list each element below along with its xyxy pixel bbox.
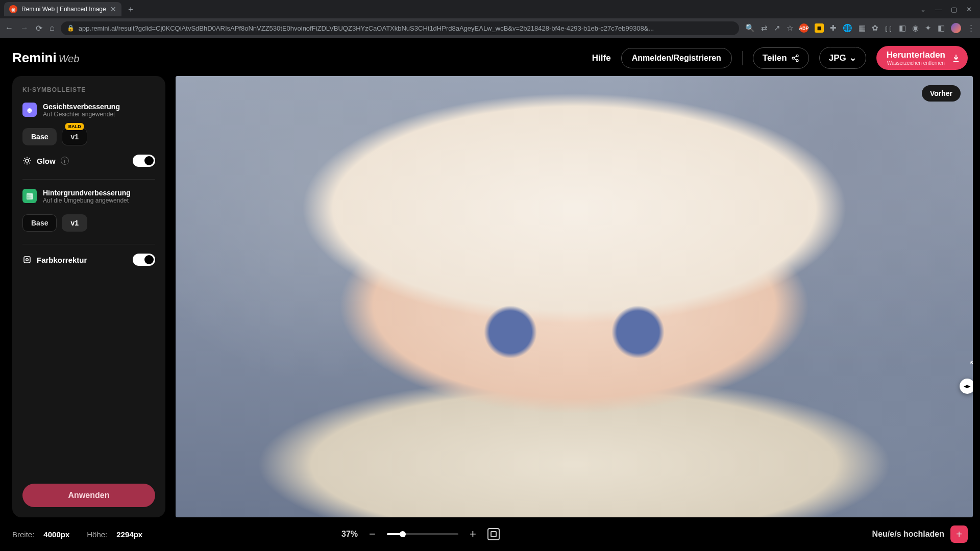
- extension-icon-2[interactable]: ✚: [830, 23, 837, 33]
- face-enhance-sub: Auf Gesichter angewendet: [43, 111, 120, 118]
- bg-enhance-sub: Auf die Umgebung angewendet: [43, 197, 131, 204]
- width-value: 4000px: [43, 530, 69, 539]
- svg-point-1: [792, 57, 794, 59]
- tab-title: Remini Web | Enhanced Image: [21, 6, 106, 13]
- back-icon[interactable]: ←: [5, 23, 13, 33]
- minimize-icon[interactable]: —: [935, 6, 942, 13]
- bottom-bar: Breite: 4000px Höhe: 2294px 37% − + Neu/…: [0, 517, 980, 551]
- help-link[interactable]: Hilfe: [592, 53, 611, 63]
- chevron-down-icon[interactable]: ⌄: [920, 6, 926, 13]
- divider: [22, 244, 155, 244]
- info-icon[interactable]: i: [61, 157, 69, 165]
- separator: [742, 51, 743, 65]
- upload-button[interactable]: +: [950, 525, 968, 543]
- svg-rect-6: [24, 257, 30, 263]
- face-v1-pill[interactable]: v1: [62, 128, 87, 145]
- logo-sub: Web: [59, 53, 80, 64]
- svg-point-0: [796, 55, 798, 57]
- profile-avatar[interactable]: [951, 23, 961, 33]
- home-icon[interactable]: ⌂: [50, 23, 55, 33]
- close-tab-icon[interactable]: ✕: [110, 5, 116, 13]
- bald-badge: BALD: [65, 123, 84, 130]
- browser-toolbar: ← → ⟳ ⌂ 🔒 app.remini.ai/result?gclid=Cj0…: [0, 18, 980, 38]
- favicon-icon: ◉: [9, 5, 17, 13]
- forward-icon[interactable]: →: [20, 23, 29, 33]
- search-icon[interactable]: 🔍: [745, 23, 755, 33]
- extension-icon-5[interactable]: ⫿⫿: [885, 24, 893, 33]
- extension-icon-6[interactable]: ◧: [899, 23, 906, 33]
- extensions-puzzle-icon[interactable]: ✦: [925, 23, 932, 33]
- bg-base-pill[interactable]: Base: [22, 214, 57, 232]
- app-header: ReminiWeb Hilfe Anmelden/Registrieren Te…: [0, 38, 980, 76]
- address-bar[interactable]: 🔒 app.remini.ai/result?gclid=Cj0KCQiAtvS…: [61, 21, 739, 35]
- fit-screen-button[interactable]: [487, 528, 500, 540]
- new-tab-button[interactable]: ＋: [127, 4, 135, 15]
- zoom-percent: 37%: [341, 530, 358, 539]
- width-label: Breite:: [12, 530, 34, 539]
- bg-enhance-title: Hintergrundverbesserung: [43, 189, 131, 197]
- svg-point-2: [796, 59, 798, 61]
- reload-icon[interactable]: ⟳: [36, 23, 42, 33]
- close-window-icon[interactable]: ✕: [966, 6, 972, 13]
- share-icon: [791, 54, 799, 62]
- color-correct-label: Farbkorrektur: [37, 256, 87, 264]
- download-label: Herunterladen: [887, 50, 945, 60]
- download-button[interactable]: Herunterladen Wasserzeichen entfernen: [876, 46, 968, 70]
- zoom-in-button[interactable]: +: [470, 528, 476, 541]
- image-canvas[interactable]: Vorher ↖ ◂▸: [176, 76, 973, 517]
- color-correct-icon: [22, 255, 32, 264]
- height-label: Höhe:: [87, 530, 107, 539]
- format-dropdown[interactable]: JPG ⌄: [819, 47, 866, 69]
- translate-icon[interactable]: ⇄: [761, 23, 768, 33]
- upload-label: Neu/e/s hochladen: [872, 530, 944, 539]
- apply-button[interactable]: Anwenden: [22, 484, 155, 507]
- download-icon: [951, 54, 961, 63]
- app-logo[interactable]: ReminiWeb: [12, 50, 79, 66]
- sidepanel-icon[interactable]: ◧: [938, 23, 945, 33]
- svg-point-5: [26, 159, 29, 162]
- ai-toolbar-sidebar: KI-SYMBOLLEISTE ☻ Gesichtsverbesserung A…: [12, 76, 165, 517]
- extension-icon[interactable]: ▩: [815, 23, 824, 33]
- share-label: Teilen: [763, 53, 787, 63]
- extension-icon-3[interactable]: ▦: [859, 23, 866, 33]
- extension-icon-4[interactable]: ✿: [872, 23, 878, 33]
- bookmark-icon[interactable]: ☆: [787, 23, 793, 33]
- login-register-button[interactable]: Anmelden/Registrieren: [621, 48, 732, 68]
- svg-point-7: [26, 259, 29, 261]
- share-button[interactable]: Teilen: [753, 47, 809, 69]
- extension-globe-icon[interactable]: 🌐: [843, 23, 852, 33]
- browser-tab[interactable]: ◉ Remini Web | Enhanced Image ✕: [4, 2, 121, 16]
- zoom-out-button[interactable]: −: [369, 528, 376, 541]
- face-base-pill[interactable]: Base: [22, 128, 57, 145]
- logo-main: Remini: [12, 50, 57, 65]
- download-sublabel: Wasserzeichen entfernen: [887, 60, 945, 66]
- glow-toggle[interactable]: [133, 155, 155, 167]
- before-toggle[interactable]: Vorher: [922, 85, 961, 102]
- svg-line-3: [794, 56, 796, 58]
- glow-icon: [22, 156, 32, 165]
- browser-tab-bar: ◉ Remini Web | Enhanced Image ✕ ＋ ⌄ — ▢ …: [0, 0, 980, 18]
- divider: [22, 179, 155, 180]
- enhanced-photo: [176, 76, 973, 517]
- chevron-down-icon: ⌄: [849, 53, 856, 63]
- glow-label: Glow: [37, 157, 56, 165]
- face-enhance-icon: ☻: [22, 103, 37, 117]
- share-page-icon[interactable]: ↗: [774, 23, 780, 33]
- extension-abp-icon[interactable]: ABP: [799, 23, 808, 33]
- lock-icon: 🔒: [67, 24, 75, 32]
- bg-v1-pill[interactable]: v1: [62, 214, 87, 232]
- kebab-menu-icon[interactable]: ⋮: [967, 23, 975, 33]
- height-value: 2294px: [116, 530, 142, 539]
- format-label: JPG: [829, 53, 846, 63]
- zoom-slider[interactable]: [387, 533, 458, 535]
- color-correct-toggle[interactable]: [133, 254, 155, 266]
- url-text: app.remini.ai/result?gclid=Cj0KCQiAtvSdB…: [79, 24, 733, 32]
- bg-enhance-icon: ▦: [22, 189, 37, 203]
- extension-camera-icon[interactable]: ◉: [912, 23, 919, 33]
- maximize-icon[interactable]: ▢: [951, 6, 957, 13]
- sidebar-heading: KI-SYMBOLLEISTE: [22, 86, 155, 93]
- svg-line-4: [794, 58, 796, 60]
- compare-handle[interactable]: ◂▸: [960, 379, 973, 394]
- face-enhance-title: Gesichtsverbesserung: [43, 103, 120, 111]
